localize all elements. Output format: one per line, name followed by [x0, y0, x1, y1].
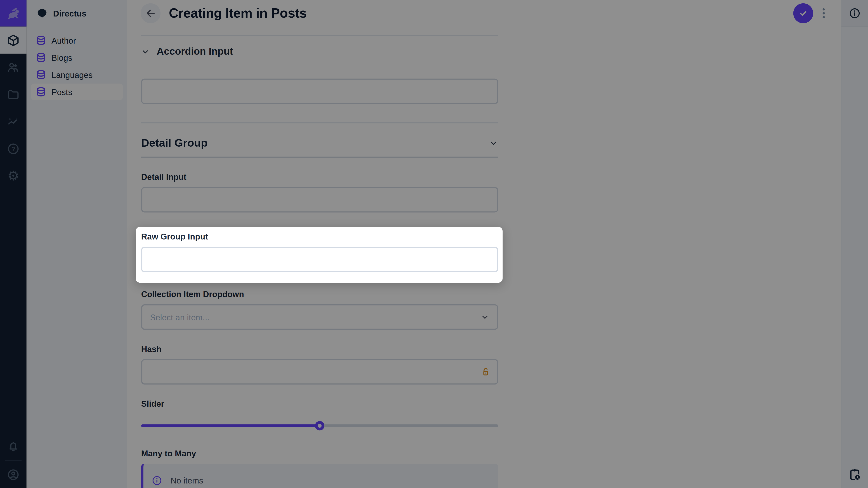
raw-group-input-field[interactable]: [141, 247, 498, 272]
raw-group-input[interactable]: [142, 248, 497, 271]
raw-group-input-spotlight-card: Raw Group Input: [135, 227, 503, 283]
app-window: ? ⚙: [0, 0, 868, 488]
field-label: Raw Group Input: [141, 232, 498, 241]
